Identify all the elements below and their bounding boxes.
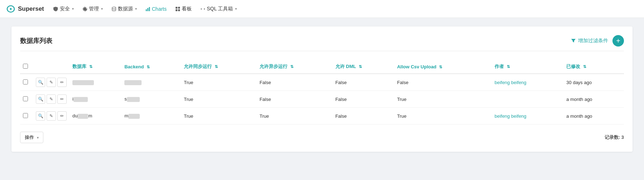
- add-database-button[interactable]: +: [612, 35, 624, 47]
- app-logo[interactable]: Superset: [6, 4, 44, 14]
- row1-edit-button[interactable]: ✎: [47, 78, 56, 87]
- col-modified-label: 已修改: [566, 64, 580, 69]
- row2-delete-button[interactable]: ✏: [57, 94, 67, 104]
- row3-allow-csv: True: [394, 108, 492, 125]
- nav-dashboard-label: 看板: [182, 6, 192, 12]
- row1-modified: 30 days ago: [563, 74, 624, 91]
- row3-checkbox-cell: [20, 108, 33, 125]
- main-content: 数据库列表 增加过滤条件 + 数据库: [0, 18, 644, 180]
- row2-actions-cell: 🔍 ✎ ✏: [33, 91, 70, 108]
- row3-backend-cell: m: [121, 108, 181, 125]
- navbar: Superset 安全 ▾ 管理 ▾ 数据源 ▾ Charts 看板 SQL 工…: [0, 0, 644, 18]
- col-author[interactable]: 作者 ⇅: [492, 60, 563, 74]
- filter-button[interactable]: 增加过滤条件: [571, 38, 608, 44]
- row3-db-prefix: du: [72, 113, 77, 118]
- nav-manage-chevron: ▾: [101, 7, 103, 11]
- row3-db-suffix: m: [88, 113, 92, 118]
- row2-allow-sync: True: [181, 91, 257, 108]
- row3-author-link[interactable]: beifeng beifeng: [495, 113, 526, 119]
- row1-actions: 🔍 ✎ ✏: [36, 78, 67, 87]
- record-count-value: 3: [621, 135, 624, 140]
- col-db[interactable]: 数据库 ⇅: [70, 60, 121, 74]
- svg-rect-3: [147, 8, 148, 11]
- col-allow-async[interactable]: 允许异步运行 ⇅: [257, 60, 332, 74]
- row3-allow-async: True: [257, 108, 332, 125]
- row3-checkbox[interactable]: [23, 113, 28, 118]
- row1-checkbox[interactable]: [23, 79, 28, 84]
- filter-button-label: 增加过滤条件: [578, 38, 608, 44]
- nav-manage[interactable]: 管理 ▾: [79, 0, 106, 18]
- col-allow-dml-label: 允许 DML: [335, 64, 356, 69]
- row1-author-link[interactable]: beifeng beifeng: [495, 80, 526, 85]
- row2-checkbox-cell: [20, 91, 33, 108]
- col-allow-async-sort-icon: ⇅: [290, 64, 294, 69]
- col-backend[interactable]: Backend ⇅: [121, 60, 181, 74]
- row1-allow-csv: False: [394, 74, 492, 91]
- select-all-checkbox[interactable]: [23, 64, 28, 69]
- row3-actions-cell: 🔍 ✎ ✏: [33, 108, 70, 125]
- col-author-sort-icon: ⇅: [507, 64, 510, 69]
- row2-view-button[interactable]: 🔍: [36, 94, 45, 104]
- row1-db-name: [72, 80, 94, 85]
- row1-actions-cell: 🔍 ✎ ✏: [33, 74, 70, 91]
- nav-charts[interactable]: Charts: [142, 0, 170, 18]
- nav-sql[interactable]: SQL 工具箱 ▾: [197, 0, 240, 18]
- svg-point-0: [10, 8, 12, 10]
- bulk-action-chevron-icon: ▾: [37, 136, 39, 140]
- svg-rect-4: [149, 7, 150, 11]
- row2-db-name: [73, 97, 88, 102]
- col-allow-sync[interactable]: 允许同步运行 ⇅: [181, 60, 257, 74]
- row3-actions: 🔍 ✎ ✏: [36, 111, 67, 121]
- bulk-action-label: 操作: [25, 134, 34, 141]
- col-allow-sync-label: 允许同步运行: [184, 64, 212, 69]
- nav-security-chevron: ▾: [72, 7, 74, 11]
- select-all-col: [20, 60, 33, 74]
- row3-allow-sync: True: [181, 108, 257, 125]
- row1-delete-button[interactable]: ✏: [57, 78, 67, 87]
- row1-view-button[interactable]: 🔍: [36, 78, 45, 87]
- bulk-action-button[interactable]: 操作 ▾: [20, 132, 43, 143]
- svg-rect-2: [146, 9, 147, 11]
- col-db-label: 数据库: [72, 64, 86, 69]
- col-backend-label: Backend: [124, 64, 144, 69]
- row2-author: [492, 91, 563, 108]
- row2-actions: 🔍 ✎ ✏: [36, 94, 67, 104]
- col-modified[interactable]: 已修改 ⇅: [563, 60, 624, 74]
- record-count-label: 记录数:: [605, 135, 620, 140]
- col-allow-csv-label: Allow Csv Upload: [397, 64, 437, 69]
- page-header: 数据库列表 增加过滤条件 +: [20, 35, 624, 51]
- col-allow-async-label: 允许异步运行: [259, 64, 287, 69]
- col-allow-dml[interactable]: 允许 DML ⇅: [333, 60, 394, 74]
- row2-backend-cell: s: [121, 91, 181, 108]
- svg-point-1: [112, 7, 116, 8]
- col-allow-csv[interactable]: Allow Csv Upload ⇅: [394, 60, 492, 74]
- row1-checkbox-cell: [20, 74, 33, 91]
- row3-edit-button[interactable]: ✎: [47, 111, 56, 121]
- row2-edit-button[interactable]: ✎: [47, 94, 56, 104]
- row2-backend-prefix: s: [124, 96, 127, 102]
- page-title: 数据库列表: [20, 37, 52, 45]
- row1-db-cell: [70, 74, 121, 91]
- svg-rect-6: [178, 6, 180, 8]
- row3-backend-prefix: m: [124, 113, 128, 118]
- col-author-label: 作者: [495, 64, 504, 69]
- nav-security[interactable]: 安全 ▾: [50, 0, 77, 18]
- col-actions: [33, 60, 70, 74]
- row2-checkbox[interactable]: [23, 96, 28, 101]
- nav-dashboard[interactable]: 看板: [172, 0, 195, 18]
- row2-allow-csv: True: [394, 91, 492, 108]
- row3-view-button[interactable]: 🔍: [36, 111, 45, 121]
- nav-manage-label: 管理: [89, 6, 99, 12]
- nav-datasource-label: 数据源: [118, 6, 133, 12]
- col-db-sort-icon: ⇅: [89, 64, 92, 69]
- page-container: 数据库列表 增加过滤条件 + 数据库: [11, 26, 633, 152]
- nav-datasource[interactable]: 数据源 ▾: [108, 0, 140, 18]
- row1-allow-async: False: [257, 74, 332, 91]
- row3-db-blurred: [77, 114, 88, 119]
- nav-sql-chevron: ▾: [235, 7, 237, 11]
- row3-delete-button[interactable]: ✏: [57, 111, 67, 121]
- row1-allow-dml: False: [333, 74, 394, 91]
- col-modified-sort-icon: ⇅: [583, 64, 586, 69]
- row1-author: beifeng beifeng: [492, 74, 563, 91]
- nav-sql-label: SQL 工具箱: [207, 6, 233, 12]
